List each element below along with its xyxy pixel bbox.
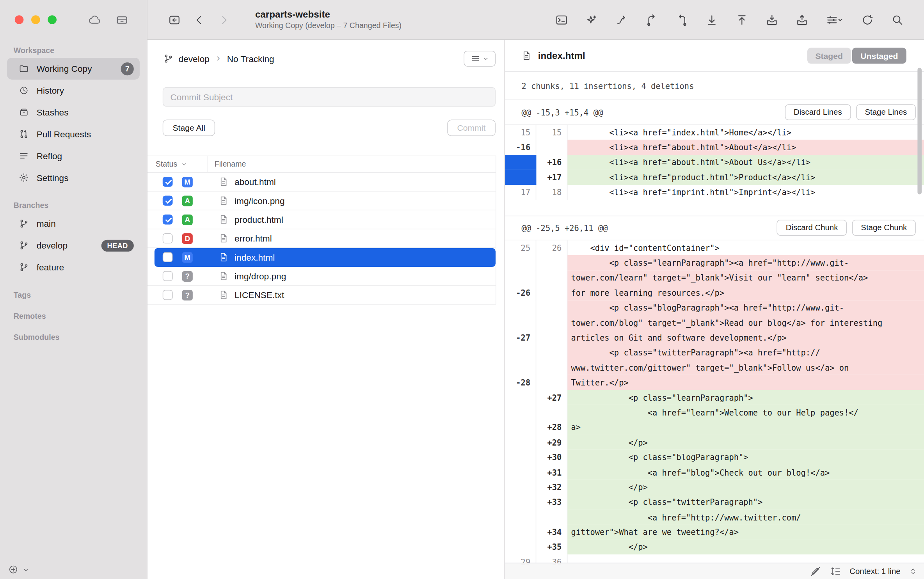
- filter-icon[interactable]: [826, 13, 844, 26]
- file-row-about.html[interactable]: Mabout.html: [147, 172, 496, 191]
- diff-line[interactable]: www.twitter.com/gittower" target="_blank…: [505, 360, 924, 375]
- line-spacing-icon[interactable]: [830, 566, 841, 577]
- view-mode-button[interactable]: [464, 50, 496, 66]
- diff-line[interactable]: +33 <p class="twitterParagraph">: [505, 495, 924, 510]
- diff-line[interactable]: -26for more learning resources.</p>: [505, 285, 924, 300]
- filename-column-header[interactable]: Filename: [208, 160, 246, 169]
- diff-line[interactable]: +31 <a href="blog">Check out our blog!</…: [505, 465, 924, 480]
- code-text: articles on Git and software development…: [567, 330, 924, 345]
- push-icon[interactable]: [736, 13, 748, 26]
- chevron-down-icon[interactable]: [22, 566, 29, 573]
- rebase-icon[interactable]: [675, 13, 688, 26]
- file-row-img/drop.png[interactable]: ?img/drop.png: [147, 267, 496, 286]
- diff-line[interactable]: tower.com/learn" target="_blank">Visit o…: [505, 270, 924, 285]
- diff-line[interactable]: +35 </p>: [505, 540, 924, 554]
- stage-checkbox[interactable]: [163, 290, 173, 300]
- diff-line[interactable]: <p class="learnParagraph"><a href="http:…: [505, 255, 924, 270]
- sidebar-item-settings[interactable]: Settings: [7, 167, 140, 188]
- checkout-icon[interactable]: [615, 13, 628, 26]
- stage-checkbox[interactable]: [163, 215, 173, 225]
- repositories-icon[interactable]: [168, 13, 181, 26]
- stage-all-button[interactable]: Stage All: [163, 120, 215, 136]
- sidebar-item-develop[interactable]: developHEAD: [7, 234, 140, 256]
- search-icon[interactable]: [891, 13, 904, 26]
- sidebar-item-pull-requests[interactable]: Pull Requests: [7, 123, 140, 145]
- diff-line[interactable]: +27 <p class="learnParagraph">: [505, 390, 924, 405]
- diff-chunk-2: @@ -25,5 +26,11 @@Discard ChunkStage Chu…: [505, 216, 924, 570]
- file-row-product.html[interactable]: Aproduct.html: [147, 210, 496, 229]
- sidebar-item-working-copy[interactable]: Working Copy7: [7, 58, 140, 80]
- terminal-icon[interactable]: [555, 13, 568, 26]
- diff-line[interactable]: tower.com/blog" target="_blank">Read our…: [505, 315, 924, 330]
- stash-apply-icon[interactable]: [796, 13, 808, 26]
- sidebar-item-feature[interactable]: feature: [7, 256, 140, 278]
- stage-checkbox[interactable]: [163, 233, 173, 243]
- sidebar-item-main[interactable]: main: [7, 213, 140, 234]
- context-stepper[interactable]: [909, 567, 917, 575]
- stash-icon[interactable]: [766, 13, 778, 26]
- stage-checkbox[interactable]: [163, 195, 173, 206]
- merge-icon[interactable]: [645, 13, 658, 26]
- diff-line[interactable]: <p class="twitterParagraph"><a href="htt…: [505, 345, 924, 360]
- file-row-img/icon.png[interactable]: Aimg/icon.png: [147, 192, 496, 210]
- close-window-button[interactable]: [15, 15, 24, 24]
- old-line-number: [505, 435, 536, 450]
- code-text: <p class="learnParagraph"><a href="http:…: [567, 255, 924, 270]
- diff-line[interactable]: +17 <li><a href="product.html">Product</…: [505, 170, 924, 185]
- refresh-icon[interactable]: [861, 13, 874, 26]
- file-row-LICENSE.txt[interactable]: ?LICENSE.txt: [147, 286, 496, 304]
- status-column-header[interactable]: Status: [156, 160, 178, 169]
- sidebar-item-history[interactable]: History: [7, 80, 140, 101]
- chevron-down-icon: [181, 161, 187, 167]
- minimize-window-button[interactable]: [31, 15, 40, 24]
- diff-line[interactable]: 1718 <li><a href="imprint.html">Imprint<…: [505, 185, 924, 200]
- diff-line[interactable]: +30 <p class="blogParagraph">: [505, 450, 924, 465]
- diff-line[interactable]: -27articles on Git and software developm…: [505, 330, 924, 345]
- commit-button[interactable]: Commit: [447, 120, 496, 136]
- stage-checkbox[interactable]: [163, 252, 173, 262]
- titlebar-icons: [89, 14, 129, 27]
- diff-line[interactable]: +34gittower">What are we tweeting?</a>: [505, 525, 924, 540]
- back-icon[interactable]: [193, 13, 206, 26]
- zoom-window-button[interactable]: [48, 15, 57, 24]
- stage-button[interactable]: Stage Chunk: [852, 220, 916, 236]
- stage-checkbox[interactable]: [163, 271, 173, 281]
- cloud-icon[interactable]: [89, 14, 101, 27]
- quick-actions-icon[interactable]: [585, 13, 598, 26]
- discard-button[interactable]: Discard Lines: [785, 104, 851, 120]
- forward-icon[interactable]: [217, 13, 230, 26]
- new-line-number: [536, 405, 567, 420]
- new-line-number: [536, 255, 567, 270]
- staged-tab[interactable]: Staged: [807, 48, 851, 64]
- file-row-index.html[interactable]: Mindex.html: [155, 248, 496, 267]
- diff-line[interactable]: +16 <li><a href="about.html">About Us</a…: [505, 155, 924, 170]
- file-row-error.html[interactable]: Derror.html: [147, 229, 496, 248]
- diff-line[interactable]: +32 </p>: [505, 480, 924, 495]
- diff-line[interactable]: -16 <li><a href="about.html">About</a></…: [505, 140, 924, 155]
- archive-icon[interactable]: [116, 14, 128, 27]
- stage-button[interactable]: Stage Lines: [856, 104, 916, 120]
- diff-line[interactable]: +28a>: [505, 420, 924, 435]
- add-repository-icon[interactable]: [8, 565, 18, 575]
- diff-line[interactable]: <a href="learn">Welcome to our Help page…: [505, 405, 924, 420]
- new-line-number: +29: [536, 435, 567, 450]
- diff-line[interactable]: 2526 <div id="contentContainer">: [505, 240, 924, 255]
- whitespace-icon[interactable]: [810, 566, 821, 577]
- scrollbar-thumb[interactable]: [917, 68, 922, 195]
- tracking-status[interactable]: No Tracking: [227, 53, 274, 64]
- sidebar-item-label: Pull Requests: [37, 129, 91, 139]
- pull-icon[interactable]: [705, 13, 718, 26]
- diff-line[interactable]: <a href="http://www.twitter.com/: [505, 510, 924, 524]
- stage-checkbox[interactable]: [163, 177, 173, 187]
- sidebar-item-stashes[interactable]: Stashes: [7, 101, 140, 123]
- diff-line[interactable]: +29 </p>: [505, 435, 924, 450]
- diff-line[interactable]: 1515 <li><a href="index.html">Home</a></…: [505, 125, 924, 140]
- discard-button[interactable]: Discard Chunk: [777, 220, 847, 236]
- unstaged-tab[interactable]: Unstaged: [852, 48, 906, 64]
- diff-line[interactable]: <p class="blogParagraph"><a href="http:/…: [505, 300, 924, 315]
- current-branch[interactable]: develop: [179, 53, 210, 64]
- diff-line[interactable]: -28Twitter.</p>: [505, 375, 924, 390]
- commit-subject-input[interactable]: [163, 87, 496, 107]
- sidebar-item-reflog[interactable]: Reflog: [7, 145, 140, 167]
- new-line-number: +31: [536, 465, 567, 480]
